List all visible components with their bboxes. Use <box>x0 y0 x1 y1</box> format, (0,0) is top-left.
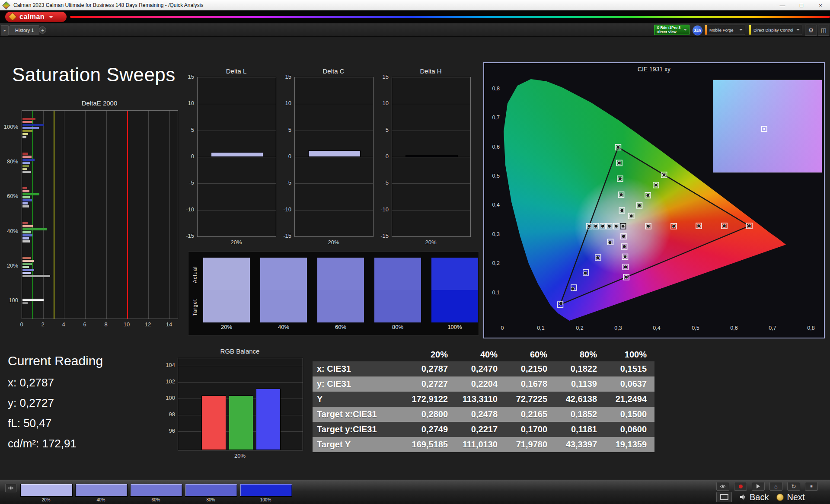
titlebar: Calman 2023 Calman Ultimate for Business… <box>0 0 830 11</box>
swatch-target-color <box>317 290 364 322</box>
delta-gridline <box>198 131 276 131</box>
table-row-label: Target y:CIE31 <box>313 422 406 437</box>
play-button[interactable] <box>752 482 765 491</box>
delta-ytick: -10 <box>182 206 194 213</box>
delta-ytick: 5 <box>280 127 291 133</box>
deltae-bar <box>22 162 30 164</box>
source-label: Mobile Forge <box>707 28 733 32</box>
next-button[interactable]: Next <box>776 492 804 502</box>
deltae-ylabel: 100% <box>3 124 18 130</box>
table-cell: 71,9780 <box>505 437 555 452</box>
delta-ytick: 0 <box>280 153 291 159</box>
cie-measured-dot <box>646 194 650 197</box>
bottom-swatch-20%[interactable] <box>20 484 73 497</box>
refresh-icon: ↻ <box>792 483 796 490</box>
swatch-target-color <box>431 290 478 322</box>
deltae-bar <box>22 124 44 126</box>
display-control-button[interactable]: Direct Display Control <box>749 25 802 35</box>
table-header: 40% <box>456 348 505 361</box>
delta-chart-plot <box>197 77 276 237</box>
settings-button[interactable]: ⚙ <box>805 25 817 36</box>
deltae-xtick: 6 <box>80 321 90 328</box>
layout-panel-button[interactable]: ◫ <box>818 25 829 36</box>
deltae-xtick: 14 <box>164 321 174 328</box>
table-cell: 0,0637 <box>605 376 654 392</box>
meter-label: X-Rite i1Pro 3 Direct View <box>657 26 680 34</box>
table-row-label: Y <box>313 392 406 407</box>
record-button[interactable] <box>734 482 747 491</box>
eye-toggle-button-left[interactable] <box>5 484 16 492</box>
deltae-bar <box>22 260 34 262</box>
back-button[interactable]: Back <box>740 492 769 502</box>
bottom-bar: ⌂ ↻ ■ Back Next 20%40%60%80%100% <box>0 480 830 504</box>
deltae-bar <box>22 159 35 161</box>
chevron-down-icon <box>739 29 743 31</box>
cie-measured-dot <box>638 204 641 207</box>
rgb-ytick: 104 <box>164 362 175 368</box>
swatch-actual-color <box>203 258 250 290</box>
deltae-bar <box>22 133 28 135</box>
bottom-swatch-100%[interactable] <box>240 484 292 497</box>
meter-select-button[interactable]: X-Rite i1Pro 3 Direct View <box>654 25 690 35</box>
readout-table: 20%40%60%80%100%x: CIE310,27870,24700,21… <box>313 348 654 452</box>
eye-icon <box>8 486 14 490</box>
cie-measured-dot <box>620 209 624 212</box>
cie-measured-dot <box>584 271 587 275</box>
cie-measured-dot <box>608 241 612 244</box>
swatch-target-color <box>260 290 307 322</box>
chevron-down-icon <box>683 29 687 31</box>
delta-ytick: -5 <box>182 179 194 186</box>
delta-ytick: 5 <box>182 127 194 133</box>
stop-button[interactable]: ■ <box>805 482 818 491</box>
cie-measured-dot <box>629 214 633 218</box>
home-button[interactable]: ⌂ <box>769 482 782 491</box>
cie-xtick: 0,6 <box>725 325 743 331</box>
refresh-button[interactable]: ↻ <box>787 482 800 491</box>
minimize-button[interactable]: — <box>773 0 792 10</box>
sidebar-expander-button[interactable]: ▸ <box>1 25 9 35</box>
delta-gridline <box>295 131 373 131</box>
close-button[interactable]: × <box>811 0 830 10</box>
delta-ytick: 0 <box>182 153 194 159</box>
cie-measured-dot <box>672 224 676 228</box>
deltae-bar <box>22 193 39 195</box>
bottom-swatch-80%[interactable] <box>185 484 237 497</box>
swatch-target-color <box>374 290 421 322</box>
rgb-ytick: 98 <box>164 411 175 418</box>
add-tab-button[interactable]: + <box>39 26 46 34</box>
table-cell: 0,2217 <box>456 422 505 437</box>
rgb-ytick: 100 <box>164 395 175 401</box>
deltae-xtick: 12 <box>143 321 153 328</box>
delta-gridline <box>392 157 470 157</box>
play-icon <box>757 484 760 488</box>
delta-ytick: 15 <box>280 73 291 80</box>
tab-history-1[interactable]: History 1 <box>10 25 39 35</box>
deltae-cluster <box>22 145 175 180</box>
source-select-button[interactable]: Mobile Forge <box>705 25 745 35</box>
delta-ytick: 0 <box>377 153 389 159</box>
calman-menu-button[interactable]: calman <box>5 12 67 22</box>
table-cell: 0,2470 <box>456 361 505 376</box>
swatch-label: 80% <box>374 324 421 330</box>
table-header: 60% <box>505 348 555 361</box>
eye-icon <box>720 484 726 488</box>
gear-icon: ⚙ <box>808 27 814 34</box>
deltae-ylabel: 100 <box>3 297 18 303</box>
monitor-button[interactable] <box>716 492 732 502</box>
table-cell: 42,6138 <box>555 392 605 407</box>
eye-toggle-button[interactable] <box>716 482 729 491</box>
bottom-swatch-40%[interactable] <box>75 484 128 497</box>
cie-ytick: 0,6 <box>485 144 500 150</box>
table-row: x: CIE310,27870,24700,21500,18220,1515 <box>313 361 654 376</box>
delta-gridline <box>295 183 373 184</box>
speaker-icon <box>740 494 747 501</box>
bottom-swatch-label: 20% <box>20 498 72 502</box>
maximize-button[interactable]: □ <box>792 0 811 10</box>
measurement-count-badge: 349 <box>693 26 702 35</box>
monitor-icon <box>720 494 728 500</box>
delta-ytick: -15 <box>377 233 389 239</box>
deltae-bar <box>22 240 30 242</box>
stop-icon: ■ <box>810 484 812 488</box>
delta-gridline <box>392 104 470 104</box>
bottom-swatch-60%[interactable] <box>130 484 182 497</box>
